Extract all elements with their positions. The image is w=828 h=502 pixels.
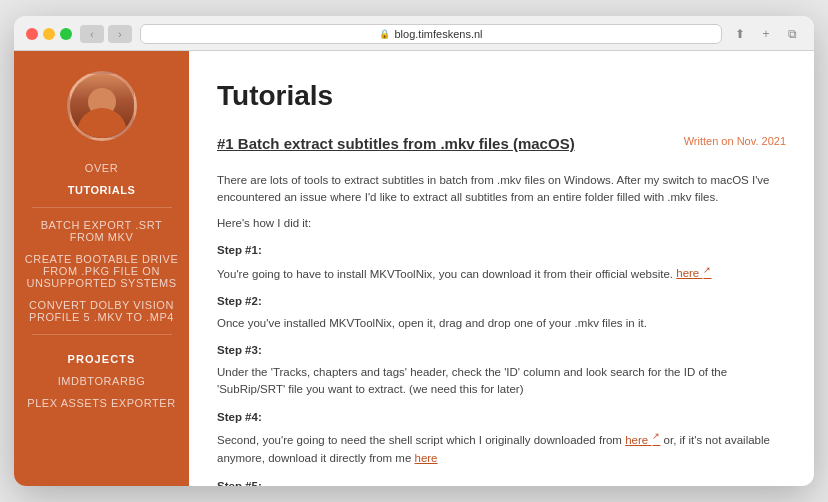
- traffic-lights: [26, 28, 72, 40]
- sidebar-item-batch-srt[interactable]: BATCH EXPORT .SRT FROM MKV: [14, 214, 189, 248]
- step2-content: Once you've installed MKVToolNix, open i…: [217, 315, 786, 333]
- lock-icon: 🔒: [379, 29, 390, 39]
- sidebar-item-over[interactable]: OVER: [14, 157, 189, 179]
- article-date: Written on Nov. 2021: [684, 133, 786, 150]
- step1-link[interactable]: here ↗: [676, 267, 711, 279]
- sidebar-item-bootable[interactable]: CREATE BOOTABLE DRIVE FROM .PKG FILE ON …: [14, 248, 189, 294]
- step5-header: Step #5:: [217, 478, 786, 486]
- forward-button[interactable]: ›: [108, 25, 132, 43]
- url-text: blog.timfeskens.nl: [394, 28, 482, 40]
- step4-link1[interactable]: here ↗: [625, 434, 660, 446]
- sidebar-divider-1: [32, 207, 172, 208]
- sidebar: OVER TUTORIALS BATCH EXPORT .SRT FROM MK…: [14, 51, 189, 486]
- sidebar-item-plex-assets[interactable]: PLEX ASSETS EXPORTER: [14, 392, 189, 414]
- nav-buttons: ‹ ›: [80, 25, 132, 43]
- step1-content: You're going to have to install MKVToolN…: [217, 264, 786, 284]
- sidebar-item-tutorials[interactable]: TUTORIALS: [14, 179, 189, 201]
- avatar: [67, 71, 137, 141]
- step3-header: Step #3:: [217, 342, 786, 359]
- browser-chrome: ‹ › 🔒 blog.timfeskens.nl ⬆ + ⧉: [14, 16, 814, 51]
- step4-content: Second, you're going to need the shell s…: [217, 430, 786, 467]
- page-title: Tutorials: [217, 75, 786, 117]
- step3-content: Under the 'Tracks, chapters and tags' he…: [217, 364, 786, 400]
- main-content: Tutorials #1 Batch extract subtitles fro…: [189, 51, 814, 486]
- article-date-value: Nov. 2021: [737, 135, 786, 147]
- back-button[interactable]: ‹: [80, 25, 104, 43]
- address-bar[interactable]: 🔒 blog.timfeskens.nl: [140, 24, 722, 44]
- sidebar-button[interactable]: ⧉: [782, 25, 802, 43]
- sidebar-item-dolby[interactable]: CONVERT DOLBY VISION PROFILE 5 .MKV TO .…: [14, 294, 189, 328]
- article-how: Here's how I did it:: [217, 215, 786, 232]
- article-date-prefix: Written on: [684, 135, 737, 147]
- sidebar-divider-2: [32, 334, 172, 335]
- share-button[interactable]: ⬆: [730, 25, 750, 43]
- traffic-light-maximize[interactable]: [60, 28, 72, 40]
- sidebar-item-imdbtorarbg[interactable]: IMDBTORARBG: [14, 370, 189, 392]
- traffic-light-close[interactable]: [26, 28, 38, 40]
- article-title-link[interactable]: #1 Batch extract subtitles from .mkv fil…: [217, 135, 575, 152]
- sidebar-projects-header: PROJECTS: [14, 341, 189, 370]
- article-intro: There are lots of tools to extract subti…: [217, 172, 786, 208]
- step4-link2[interactable]: here: [415, 452, 438, 464]
- traffic-light-minimize[interactable]: [43, 28, 55, 40]
- article-header: #1 Batch extract subtitles from .mkv fil…: [217, 133, 786, 164]
- sidebar-nav: OVER TUTORIALS BATCH EXPORT .SRT FROM MK…: [14, 157, 189, 414]
- new-tab-button[interactable]: +: [756, 25, 776, 43]
- step2-header: Step #2:: [217, 293, 786, 310]
- browser-body: OVER TUTORIALS BATCH EXPORT .SRT FROM MK…: [14, 51, 814, 486]
- browser-window: ‹ › 🔒 blog.timfeskens.nl ⬆ + ⧉ OVER TUTO…: [14, 16, 814, 486]
- step4-header: Step #4:: [217, 409, 786, 426]
- step1-header: Step #1:: [217, 242, 786, 259]
- article-title: #1 Batch extract subtitles from .mkv fil…: [217, 133, 575, 156]
- browser-actions: ⬆ + ⧉: [730, 25, 802, 43]
